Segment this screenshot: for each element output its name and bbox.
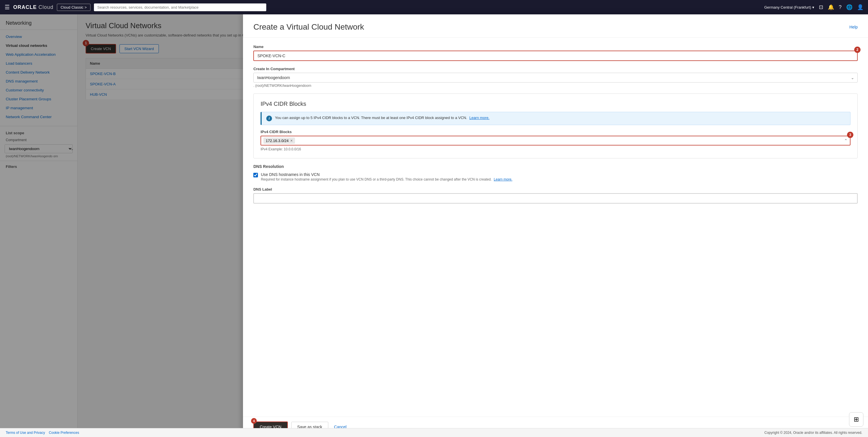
dialog-header: Create a Virtual Cloud Network Help [243, 14, 868, 38]
cidr-chevron-icon: ⌃ [844, 138, 847, 143]
cloud-classic-button[interactable]: Cloud Classic > [57, 4, 91, 11]
copyright-text: Copyright © 2024, Oracle and/or its affi… [764, 431, 862, 435]
dns-resolution-label: DNS Resolution [253, 164, 858, 169]
bell-icon[interactable]: 🔔 [828, 4, 834, 10]
name-label: Name [253, 45, 858, 49]
dns-label-form-group: DNS Label [253, 187, 858, 204]
help-widget-icon: ⊞ [854, 416, 859, 423]
step-3-badge: 3 [847, 132, 854, 138]
help-link[interactable]: Help [849, 25, 858, 29]
menu-icon[interactable]: ☰ [5, 4, 10, 11]
developer-tools-icon[interactable]: ⊡ [819, 4, 823, 10]
nav-right-section: Germany Central (Frankfurt) ▾ ⊡ 🔔 ? 🌐 👤 [764, 4, 863, 10]
bottom-bar-left: Terms of Use and Privacy Cookie Preferen… [6, 431, 79, 435]
name-badge-wrapper: 2 [253, 51, 858, 61]
top-navigation: ☰ ORACLE Cloud Cloud Classic > Germany C… [0, 0, 868, 14]
dns-hostname-checkbox[interactable] [253, 173, 258, 177]
terms-link[interactable]: Terms of Use and Privacy [6, 431, 45, 435]
create-vcn-dialog: Create a Virtual Cloud Network Help Name… [243, 14, 868, 437]
cidr-info-text: You can assign up to 5 IPv4 CIDR blocks … [275, 116, 490, 120]
bottom-bar: Terms of Use and Privacy Cookie Preferen… [0, 428, 868, 437]
help-widget[interactable]: ⊞ [849, 412, 863, 427]
user-icon[interactable]: 👤 [857, 4, 863, 10]
dns-section: DNS Resolution Use DNS hostnames in this… [253, 164, 858, 181]
cidr-label: IPv4 CIDR Blocks [260, 130, 850, 134]
compartment-form-group: Create In Compartment IwanHoogendoorn . … [253, 67, 858, 88]
dialog-body: Name 2 Create In Compartment IwanHoogend… [243, 38, 868, 416]
compartment-select-dialog[interactable]: IwanHoogendoorn [253, 73, 858, 83]
step-2-badge: 2 [854, 47, 861, 53]
compartment-select-wrapper[interactable]: IwanHoogendoorn [253, 73, 858, 83]
name-form-group: Name 2 [253, 45, 858, 61]
dialog-title: Create a Virtual Cloud Network [253, 23, 364, 32]
cidr-value: 172.16.3.0/24 [266, 139, 289, 143]
cidr-section: IPv4 CIDR Blocks i You can assign up to … [253, 93, 858, 158]
compartment-path-dialog: . (root)/NETWORK/IwanHoogendoorn [253, 84, 858, 88]
search-input[interactable] [94, 3, 266, 11]
cidr-badge-wrapper: 172.16.3.0/24 × ⌃ 3 [260, 136, 850, 145]
cidr-tag-close-icon[interactable]: × [290, 138, 293, 143]
cidr-tag: 172.16.3.0/24 × [264, 138, 295, 144]
cidr-input-wrapper[interactable]: 172.16.3.0/24 × ⌃ [260, 136, 850, 145]
name-input[interactable] [253, 51, 858, 61]
region-selector[interactable]: Germany Central (Frankfurt) ▾ [764, 5, 814, 9]
cidr-learn-more-link[interactable]: Learn more. [469, 116, 490, 120]
info-icon: i [266, 116, 272, 121]
dns-checkbox-content: Use DNS hostnames in this VCN Required f… [261, 172, 513, 181]
help-icon[interactable]: ? [839, 4, 842, 10]
cidr-section-title: IPv4 CIDR Blocks [260, 100, 850, 107]
cidr-example-hint: IPv4 Example: 10.0.0.0/16 [260, 147, 850, 151]
dns-label-input[interactable] [253, 193, 858, 204]
dns-checkbox-label: Use DNS hostnames in this VCN [261, 172, 513, 177]
compartment-label: Create In Compartment [253, 67, 858, 71]
cookie-link[interactable]: Cookie Preferences [49, 431, 79, 435]
globe-icon[interactable]: 🌐 [846, 4, 852, 10]
dns-learn-more-link[interactable]: Learn more. [494, 177, 513, 181]
cidr-info-banner: i You can assign up to 5 IPv4 CIDR block… [260, 112, 850, 125]
oracle-logo: ORACLE Cloud [13, 4, 54, 10]
dns-checkbox-row: Use DNS hostnames in this VCN Required f… [253, 172, 858, 181]
dns-label-label: DNS Label [253, 187, 858, 192]
dns-checkbox-desc: Required for instance hostname assignmen… [261, 177, 513, 181]
